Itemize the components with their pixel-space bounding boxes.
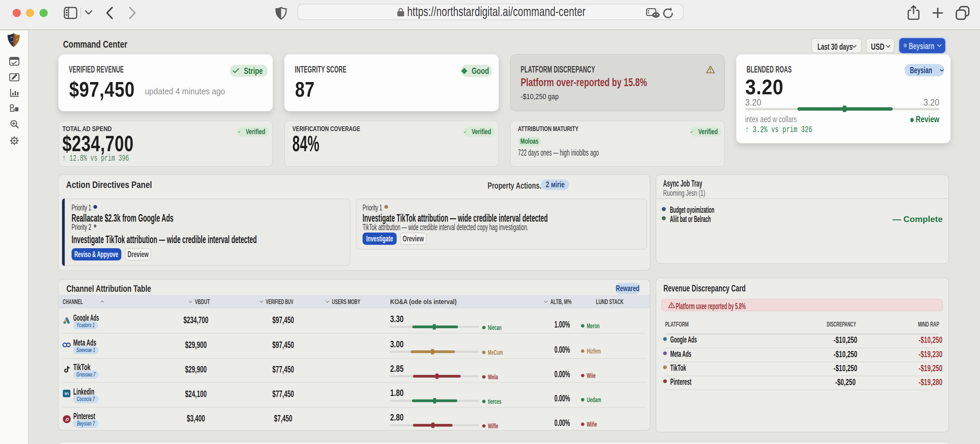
svg-text:in: in [65,391,69,396]
